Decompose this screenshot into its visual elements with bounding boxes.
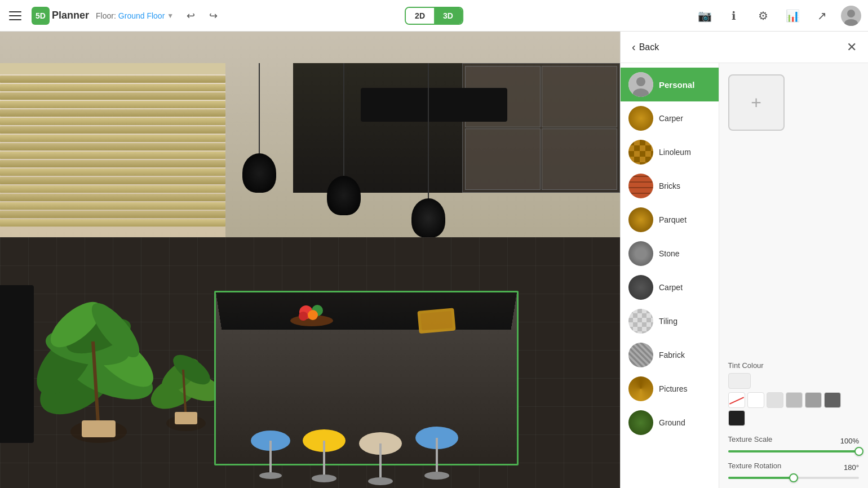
swatch-none[interactable] — [728, 392, 745, 408]
texture-rotation-track — [728, 477, 859, 479]
pictures-label: Pictures — [659, 384, 688, 393]
info-icon[interactable]: ℹ — [724, 6, 744, 26]
back-button[interactable]: ‹ Back — [632, 41, 659, 54]
swatch-mid-grey[interactable] — [786, 392, 803, 408]
scale-track-bg — [728, 450, 859, 452]
swatch-light-grey[interactable] — [767, 392, 783, 408]
chevron-down-icon: ▼ — [167, 12, 174, 20]
floor-label-text: Floor: — [96, 11, 116, 20]
personal-avatar-thumb — [628, 72, 653, 97]
bricks-thumb — [628, 174, 653, 198]
texture-item-carper[interactable]: Carper — [621, 101, 719, 135]
rotation-fill — [728, 477, 794, 479]
texture-item-bricks[interactable]: Bricks — [621, 169, 719, 203]
svg-point-25 — [299, 312, 308, 321]
svg-rect-32 — [323, 441, 325, 477]
pendant-shade — [411, 198, 445, 238]
pendant-shade — [242, 153, 276, 193]
swatch-white[interactable] — [747, 392, 764, 408]
pendant-light-2 — [327, 63, 361, 238]
tint-colour-label: Tint Colour — [728, 361, 859, 370]
blind-top — [0, 63, 225, 74]
svg-rect-29 — [269, 441, 272, 474]
avatar[interactable] — [841, 6, 861, 26]
blind-slat — [0, 177, 225, 184]
tint-preview[interactable] — [728, 373, 751, 389]
view-3d-button[interactable]: 3D — [434, 8, 462, 24]
logo-text: Planner — [52, 10, 89, 21]
scale-fill — [728, 450, 859, 452]
cabinet-glass-pane — [465, 128, 541, 190]
svg-rect-13 — [82, 420, 116, 437]
texture-rotation-header: Texture Rotation 180° — [728, 462, 859, 473]
svg-point-30 — [259, 472, 282, 479]
texture-scale-value: 100% — [840, 437, 859, 445]
pendant-cord — [259, 63, 260, 153]
texture-item-linoleum[interactable]: Linoleum — [621, 135, 719, 169]
svg-point-36 — [368, 477, 393, 485]
texture-item-ground[interactable]: Ground — [621, 406, 719, 440]
swatch-black[interactable] — [728, 410, 745, 426]
cabinet-glass-pane — [542, 66, 617, 127]
fabrick-label: Fabrick — [659, 351, 685, 360]
scale-thumb[interactable] — [854, 447, 863, 456]
pendant-light-1 — [242, 63, 276, 238]
stats-icon[interactable]: 📊 — [782, 6, 803, 26]
carpet-label: Carpet — [659, 283, 683, 292]
svg-point-33 — [312, 474, 336, 482]
svg-point-39 — [424, 472, 449, 480]
menu-button[interactable] — [7, 7, 25, 25]
cabinet-glass-pane — [542, 128, 617, 190]
floor-selector[interactable]: Floor: Ground Floor ▼ — [96, 11, 174, 20]
texture-item-pictures[interactable]: Pictures — [621, 372, 719, 406]
undo-button[interactable]: ↩ — [180, 6, 201, 26]
pendant-shade — [327, 176, 361, 215]
carper-label: Carper — [659, 114, 683, 123]
svg-point-24 — [308, 310, 318, 320]
swatch-grey[interactable] — [805, 392, 822, 408]
view-2d-button[interactable]: 2D — [406, 8, 434, 24]
texture-item-personal[interactable]: Personal — [621, 68, 719, 101]
linoleum-label: Linoleum — [659, 148, 691, 157]
texture-list: Personal Carper Linoleum Bricks Parquet — [621, 63, 719, 488]
pendant-cord — [343, 63, 344, 176]
blind-slat — [0, 168, 225, 176]
tint-colour-section: Tint Colour — [728, 361, 859, 426]
redo-button[interactable]: ↪ — [203, 6, 223, 26]
back-label: Back — [639, 42, 659, 52]
texture-rotation-section: Texture Rotation 180° — [728, 462, 859, 479]
share-icon[interactable]: ↗ — [812, 6, 832, 26]
texture-item-tiling[interactable]: Tiling — [621, 304, 719, 338]
close-button[interactable]: ✕ — [847, 41, 857, 54]
toolbar: 5D Planner Floor: Ground Floor ▼ ↩ ↪ 2D … — [0, 0, 868, 32]
settings-icon[interactable]: ⚙ — [753, 6, 773, 26]
texture-item-fabrick[interactable]: Fabrick — [621, 338, 719, 372]
cutting-board — [415, 304, 460, 340]
island-countertop — [216, 292, 517, 330]
texture-item-parquet[interactable]: Parquet — [621, 203, 719, 237]
floor-name: Ground Floor — [118, 11, 165, 20]
svg-rect-20 — [175, 412, 197, 424]
color-swatches — [728, 392, 859, 426]
blind-slat — [0, 101, 225, 108]
texture-scale-header: Texture Scale 100% — [728, 435, 859, 447]
stone-label: Stone — [659, 249, 680, 258]
pendant-lights — [242, 63, 445, 238]
texture-scale-section: Texture Scale 100% — [728, 435, 859, 452]
blind-slat — [0, 194, 225, 201]
camera-icon[interactable]: 📷 — [694, 6, 715, 26]
rotation-thumb[interactable] — [789, 473, 798, 482]
linoleum-thumb — [628, 140, 653, 165]
texture-item-carpet[interactable]: Carpet — [621, 270, 719, 304]
fruit-bowl — [289, 298, 334, 329]
blind-slat — [0, 76, 225, 83]
add-icon: + — [751, 92, 761, 113]
tiling-thumb — [628, 309, 653, 334]
blind-slat — [0, 126, 225, 134]
svg-point-41 — [636, 77, 645, 86]
stool-1 — [248, 412, 293, 482]
swatch-dark-grey[interactable] — [824, 392, 841, 408]
add-texture-button[interactable]: + — [728, 74, 785, 131]
texture-item-stone[interactable]: Stone — [621, 237, 719, 270]
logo-icon: 5D — [32, 7, 50, 25]
